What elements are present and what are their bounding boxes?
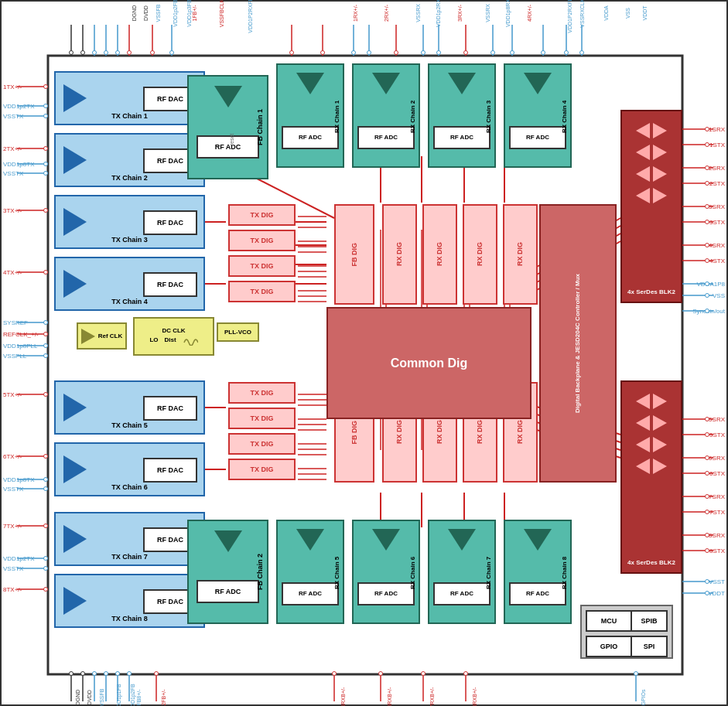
pin-right-3stx: 3STX: [709, 219, 725, 226]
pin-right-1srx: 1SRX: [709, 126, 725, 133]
tx-chain-3-block: RF DAC TX Chain 3: [54, 195, 205, 249]
rx-dig-top-2: RX DIG: [422, 204, 457, 305]
pin-bot-vdd1p2fb: VDD1p2FB: [130, 684, 135, 706]
rx-chain-2-block: RF ADC RX Chain 2: [352, 63, 420, 168]
pin-left-6tx: 6TX+/-: [3, 453, 22, 460]
pin-top-vdd1p2rx: VDD1p2RX: [436, 0, 441, 27]
pin-right-2stx: 2STX: [709, 180, 725, 187]
pin-top-vdd1p8rx: VDD1p8RX: [505, 0, 511, 27]
pin-left-7tx: 7TX+/-: [3, 523, 22, 530]
spib-block: SPIB: [631, 610, 668, 632]
pin-bot-8rxb: 8RXB+/-: [472, 687, 477, 706]
pin-bot-2fb: 2FB+/-: [161, 689, 166, 705]
tx-chain-2-block: RF DAC TX Chain 2: [54, 133, 205, 187]
pin-top-vdda: VDDA: [603, 5, 609, 20]
pin-right-vsst: VSST: [709, 578, 725, 585]
tx-dig-2: TX DIG: [228, 230, 296, 251]
rf-dac-6: RF DAC: [143, 458, 197, 483]
pin-left-vsstx1: VSSTX: [3, 113, 23, 120]
tx-dig-5: TX DIG: [228, 382, 296, 404]
rf-adc-fb2: RF ADC: [197, 580, 259, 603]
tx-chain-8-block: RF DAC TX Chain 8: [54, 574, 205, 628]
pin-right-2srx: 2SRX: [709, 165, 725, 172]
pin-left-vdd1p2tx: VDD1p2TX: [3, 103, 34, 110]
pin-left-vdd1p8tx1: VDD1p8TX: [3, 161, 34, 168]
pin-left-5tx: 5TX+/-: [3, 391, 22, 398]
pin-right-5stx: 5STX: [709, 431, 725, 438]
serdes-blk2-bottom: 4x SerDes BLK2: [620, 380, 682, 574]
pin-top-vdd1p2fb: VDD1p2FB: [173, 0, 178, 27]
pin-left-8tx: 8TX+/-: [3, 586, 22, 593]
pll-vco-block: PLL-VCO: [217, 322, 259, 342]
pin-left-vsstx3: VSSTX: [3, 486, 23, 493]
pin-left-vdd1p8pll: VDD1p8PLL: [3, 343, 37, 350]
pin-left-vdd1p8tx2: VDD1p8TX: [3, 476, 34, 483]
pin-right-vss: VSS: [713, 292, 725, 299]
tx-chain-5-block: RF DAC TX Chain 5: [54, 380, 205, 435]
pin-top-vssrxclk: VSSRXCLK: [579, 0, 585, 28]
pin-right-8srx: 8SRX: [709, 532, 725, 539]
rf-adc-rx5: RF ADC: [282, 582, 339, 605]
pin-right-1stx: 1STX: [709, 142, 725, 148]
tx-chain-1-block: RF DAC TX Chain 1: [54, 71, 205, 125]
ref-clk-block: Ref CLK: [77, 322, 127, 350]
pin-top-1fb: 1FB+/-: [192, 5, 197, 21]
pin-top-2rx: 2RX+/-: [384, 5, 389, 22]
pin-bot-vssfb: VSSFB: [99, 689, 104, 706]
pin-right-7srx: 7SRX: [709, 493, 725, 500]
dc-clk-block: DC CLK LO Dist: [133, 317, 214, 356]
rf-adc-rx3: RF ADC: [433, 126, 490, 149]
rf-dac-3: RF DAC: [143, 210, 197, 235]
main-diagram: DGND DVDD VSSFB VDD1p2FB VDD1p3FB 1FB+/-…: [0, 0, 728, 706]
pin-left-sysref: SYSREF: [3, 319, 28, 326]
pin-bot-6rxb: 6RXB+/-: [387, 687, 392, 706]
pin-right-vddt: VDDT: [708, 590, 725, 597]
pin-left-vdd1p2tx2: VDD1p2TX: [3, 555, 34, 562]
pin-bot-vdd1p1fb: VDD1p1FB: [116, 684, 121, 706]
pin-bot-dgnd: DGND: [75, 690, 80, 706]
common-dig-block: Common Dig: [326, 307, 531, 419]
tx-dig-3: TX DIG: [228, 255, 296, 277]
tx-dig-6: TX DIG: [228, 408, 296, 429]
tx-chain-6-block: RF DAC TX Chain 6: [54, 442, 205, 496]
pin-top-1rx: 1RX+/-: [353, 5, 358, 22]
rx-chain-3-block: RF ADC RX Chain 3: [428, 63, 496, 168]
rf-adc-rx8: RF ADC: [509, 582, 566, 605]
pin-right-3srx: 3SRX: [709, 203, 725, 210]
pin-left-4tx: 4TX+/-: [3, 269, 22, 276]
pin-top-dgnd: DGND: [132, 5, 137, 22]
pin-top-vssfb: VSSFB: [156, 5, 161, 22]
spi-block: SPI: [631, 636, 668, 657]
mcu-block: MCU: [586, 610, 632, 632]
pin-bot-5rxb: 5RXB+/-: [340, 687, 346, 706]
pin-left-vsspll: VSSPLL: [3, 353, 26, 360]
pin-right-vdda1p8: VDDA1P8: [697, 281, 725, 288]
rf-adc-rx2: RF ADC: [357, 126, 415, 149]
gpio-block: GPIO: [586, 636, 632, 657]
fb-dig-top: FB DIG: [334, 204, 374, 305]
pin-top-dvdd: DVDD: [143, 5, 149, 21]
pin-top-4rx: 4RX+/-: [527, 5, 532, 22]
tx-dig-4: TX DIG: [228, 281, 296, 302]
rf-adc-rx1: RF ADC: [282, 126, 339, 149]
pin-left-3tx: 3TX+/-: [3, 207, 22, 214]
pin-right-6srx: 6SRX: [709, 455, 725, 462]
pin-right-5srx: 5SRX: [709, 416, 725, 423]
pin-bot-dvdd: DVDD: [87, 690, 92, 705]
pin-top-vssrx2: VSSRX: [485, 4, 490, 22]
pin-top-vss: VSS: [625, 8, 631, 19]
rx-chain-6-block: RF ADC RX Chain 6: [352, 520, 420, 624]
pin-right-4stx: 4STX: [709, 258, 725, 264]
pin-bot-fb8: FB8+/-: [136, 689, 142, 705]
rx-chain-4-block: RF ADC RX Chain 4: [504, 63, 572, 168]
pin-right-4srx: 4SRX: [709, 242, 725, 249]
reset-label: reset: [229, 134, 234, 146]
pin-top-vssfbclk: VSSFBCLK: [219, 0, 224, 27]
rf-dac-5: RF DAC: [143, 396, 197, 421]
digital-backplane-block: Digital Backplane & JESD204C Controller …: [539, 204, 617, 483]
pin-top-vdd1p2rxfbclk2: VDD1P2RXFBCLK: [567, 0, 572, 33]
mcu-spi-block: MCU SPIB SPI GPIO: [580, 605, 673, 659]
pin-top-vdd1p2rxfbclk: VDD1P2RXFBCLK: [248, 0, 253, 33]
rf-adc-fb1: RF ADC: [197, 135, 259, 159]
pin-top-vssrx1: VSSRX: [415, 4, 421, 22]
